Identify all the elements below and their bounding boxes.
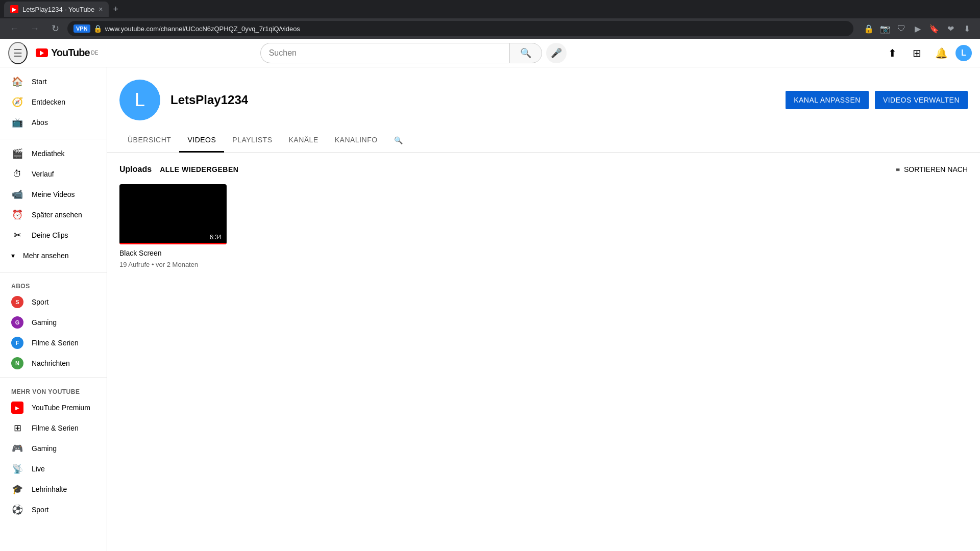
videos-section: Uploads ALLE WIEDERGEBEN ≡ SORTIEREN NAC… [107,153,980,281]
chevron-down-icon: ▾ [11,252,15,260]
ext-icon-2[interactable]: 📷 [878,21,892,36]
learning-icon: 🎓 [11,484,23,495]
hamburger-button[interactable]: ☰ [8,42,28,64]
video-progress-bar [119,243,227,244]
tab-bar: ▶ LetsPlay1234 - YouTube × + [4,0,118,18]
sidebar-item-filme-serien-mehr[interactable]: ⊞ Filme & Serien [3,418,104,438]
video-meta: 19 Aufrufe • vor 2 Monaten [119,261,227,268]
ext-icon-3[interactable]: 🛡 [894,21,909,36]
channel-tabs: ÜBERSICHT VIDEOS PLAYLISTS KANÄLE KANALI… [107,129,980,153]
sidebar-item-spaeter-ansehen[interactable]: ⏰ Später ansehen [3,205,104,225]
sidebar-item-abos[interactable]: 📺 Abos [3,112,104,133]
mic-button[interactable]: 🎤 [546,43,567,63]
sidebar-item-start[interactable]: 🏠 Start [3,71,104,92]
uploads-header: Uploads ALLE WIEDERGEBEN ≡ SORTIEREN NAC… [119,165,968,174]
sidebar-label-gaming-mehr: Gaming [32,444,57,453]
clips-icon: ✂ [11,230,23,241]
apps-button[interactable]: ⊞ [906,43,927,63]
sort-label: SORTIEREN NACH [904,165,968,173]
sidebar-divider-3 [0,378,107,378]
sidebar-label-abos: Abos [32,118,48,127]
youtube-premium-icon: ▶ [11,402,23,414]
search-button[interactable]: 🔍 [509,43,542,63]
main-content: L LetsPlay1234 KANAL ANPASSEN VIDEOS VER… [107,67,980,551]
user-avatar[interactable]: L [955,45,972,61]
tab-title: LetsPlay1234 - YouTube [22,6,94,13]
video-views: 19 Aufrufe [119,261,150,268]
sidebar-item-mediathek[interactable]: 🎬 Mediathek [3,143,104,164]
tab-videos[interactable]: VIDEOS [179,129,224,153]
sort-icon: ≡ [896,165,900,173]
video-title: Black Screen [119,248,227,259]
sidebar-item-filme-serien[interactable]: F Filme & Serien [3,333,104,353]
nav-refresh-button[interactable]: ↻ [47,20,63,37]
youtube-logo-icon [36,48,48,57]
video-time-ago: vor 2 Monaten [156,261,198,268]
kanal-anpassen-button[interactable]: KANAL ANPASSEN [786,91,869,109]
upload-button[interactable]: ⬆ [882,43,902,63]
sidebar-item-lehrinhalte[interactable]: 🎓 Lehrinhalte [3,479,104,499]
sidebar-label-premium: YouTube Premium [32,404,90,412]
browser-chrome: ▶ LetsPlay1234 - YouTube × + [0,0,980,18]
sport-avatar: S [11,296,23,308]
ext-icon-7[interactable]: ⬇ [960,21,974,36]
tab-playlists[interactable]: PLAYLISTS [224,129,280,153]
watch-later-icon: ⏰ [11,209,23,220]
channel-actions: KANAL ANPASSEN VIDEOS VERWALTEN [786,91,968,109]
uploads-title-group: Uploads ALLE WIEDERGEBEN [119,165,238,174]
ext-icon-6[interactable]: ❤ [943,21,958,36]
home-icon: 🏠 [11,76,23,87]
new-tab-button[interactable]: + [113,4,118,15]
youtube-logo[interactable]: YouTube DE [36,47,98,59]
search-input[interactable] [260,43,509,63]
video-thumbnail: 6:34 [119,184,227,244]
sidebar-item-entdecken[interactable]: 🧭 Entdecken [3,92,104,112]
ext-icon-4[interactable]: ▶ [911,21,925,36]
sidebar-item-gaming-mehr[interactable]: 🎮 Gaming [3,438,104,459]
movies-icon: ⊞ [11,422,23,434]
tab-close-button[interactable]: × [99,5,103,13]
youtube-logo-text: YouTube [51,47,90,59]
sidebar-label-verlauf: Verlauf [32,170,54,178]
youtube-header: ☰ YouTube DE 🔍 🎤 ⬆ ⊞ 🔔 L [0,39,980,67]
channel-avatar-large: L [119,80,160,120]
sidebar-item-gaming[interactable]: G Gaming [3,312,104,333]
video-grid: 6:34 Black Screen 19 Aufrufe • vor 2 Mon… [119,184,968,268]
tab-kanalinfo[interactable]: KANALINFO [327,129,386,153]
search-icon: 🔍 [520,47,531,59]
sidebar-item-sport-mehr[interactable]: ⚽ Sport [3,499,104,520]
sidebar-item-verlauf[interactable]: ⏱ Verlauf [3,164,104,184]
sidebar-divider-1 [0,139,107,139]
notifications-button[interactable]: 🔔 [931,43,951,63]
sidebar-mehr-ansehen[interactable]: ▾ Mehr ansehen [3,245,104,266]
video-card[interactable]: 6:34 Black Screen 19 Aufrufe • vor 2 Mon… [119,184,227,268]
uploads-title: Uploads [119,165,152,174]
library-icon: 🎬 [11,148,23,159]
nav-back-button[interactable]: ← [6,20,22,37]
alle-wiedergeben-button[interactable]: ALLE WIEDERGEBEN [160,165,238,173]
ext-icon-1[interactable]: 🔒 [862,21,876,36]
search-bar: 🔍 🎤 [260,43,567,63]
sidebar-item-deine-clips[interactable]: ✂ Deine Clips [3,225,104,245]
sidebar-item-live[interactable]: 📡 Live [3,459,104,479]
mehr-von-section-title: MEHR VON YOUTUBE [0,382,107,397]
nav-forward-button[interactable]: → [27,20,43,37]
sidebar-label-sport: Sport [32,298,48,306]
sidebar-item-sport[interactable]: S Sport [3,292,104,312]
channel-name: LetsPlay1234 [170,93,248,107]
live-icon: 📡 [11,463,23,474]
ext-icon-5[interactable]: 🔖 [927,21,941,36]
sidebar-item-youtube-premium[interactable]: ▶ YouTube Premium [3,397,104,418]
tab-ubersicht[interactable]: ÜBERSICHT [119,129,179,153]
sidebar-item-nachrichten[interactable]: N Nachrichten [3,353,104,373]
sidebar-item-meine-videos[interactable]: 📹 Meine Videos [3,184,104,205]
videos-verwalten-button[interactable]: VIDEOS VERWALTEN [875,91,968,109]
active-tab[interactable]: ▶ LetsPlay1234 - YouTube × [4,2,109,17]
address-text[interactable]: www.youtube.com/channel/UCocN6zQPHQZ_0yv… [105,25,300,33]
sidebar-label-filme: Filme & Serien [32,339,79,347]
tab-search-button[interactable]: 🔍 [390,129,407,152]
gaming-mehr-icon: 🎮 [11,443,23,454]
tab-kanale[interactable]: KANÄLE [280,129,326,153]
sidebar-label-meine-videos: Meine Videos [32,190,75,198]
sort-button[interactable]: ≡ SORTIEREN NACH [896,165,968,173]
